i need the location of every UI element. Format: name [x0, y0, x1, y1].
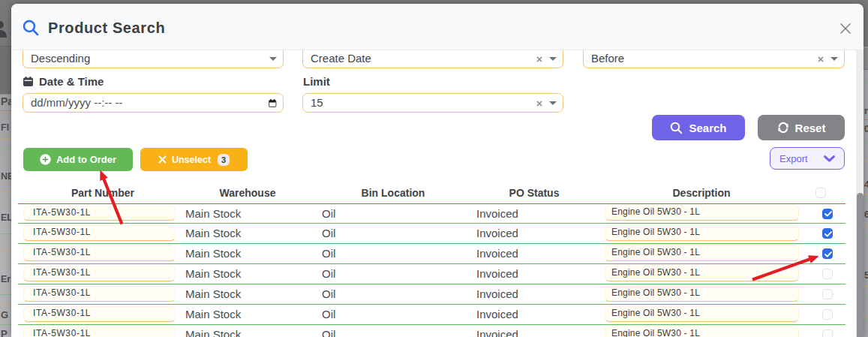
table-row[interactable]: ITA-5W30-1L Main Stock Oil Invoiced Engi…	[18, 244, 845, 264]
close-icon[interactable]	[837, 20, 854, 37]
warehouse-cell: Main Stock	[185, 305, 241, 324]
background-text-fragment: NE	[1, 171, 11, 182]
row-checkbox[interactable]	[822, 269, 833, 279]
row-checkbox[interactable]	[822, 309, 833, 320]
x-icon	[158, 155, 167, 164]
warehouse-cell: Main Stock	[185, 264, 241, 284]
background-page-right: n04625	[863, 0, 868, 337]
background-text-fragment: 4	[864, 179, 868, 190]
select-all-checkbox[interactable]	[815, 188, 826, 198]
clear-icon[interactable]	[536, 56, 542, 62]
background-line-fragment	[863, 286, 868, 287]
col-header-warehouse: Warehouse	[176, 186, 319, 200]
refresh-icon	[777, 122, 789, 134]
warehouse-cell: Main Stock	[185, 284, 241, 304]
datepicker-icon[interactable]	[269, 99, 277, 107]
description-cell: Engine Oil 5W30 - 1L	[605, 265, 799, 281]
datetime-placeholder: dd/mm/yyyy --:-- --	[31, 96, 122, 109]
person-icon	[0, 20, 8, 38]
background-text-fragment: Er	[1, 274, 11, 284]
calendar-icon	[23, 77, 33, 86]
clear-icon[interactable]	[536, 101, 542, 107]
chevron-down-icon	[549, 101, 557, 105]
row-checkbox[interactable]	[822, 289, 833, 299]
datetime-label-text: Date & Time	[39, 75, 104, 88]
warehouse-cell: Main Stock	[185, 204, 241, 223]
table-row[interactable]: ITA-5W30-1L Main Stock Oil Invoiced Engi…	[18, 264, 845, 284]
search-icon	[670, 122, 683, 134]
po-status-cell: Invoiced	[476, 244, 518, 263]
background-navbar	[0, 0, 11, 47]
col-header-part: Part Number	[18, 186, 188, 200]
bin-location-cell: Oil	[322, 204, 335, 223]
modal-body: Descending Create Date Before	[11, 4, 863, 337]
background-line-fragment	[0, 249, 11, 250]
po-status-cell: Invoiced	[476, 284, 518, 304]
warehouse-cell: Main Stock	[185, 325, 241, 337]
field-select[interactable]: Create Date	[302, 50, 563, 68]
background-line-fragment	[863, 317, 868, 317]
row-checkbox[interactable]	[822, 248, 833, 259]
operator-value: Before	[591, 52, 624, 65]
table-row[interactable]: ITA-5W30-1L Main Stock Oil Invoiced Engi…	[18, 224, 845, 244]
operator-select[interactable]: Before	[583, 50, 845, 68]
background-text-fragment: 5	[864, 270, 868, 281]
background-line-fragment	[0, 302, 11, 303]
row-checkbox[interactable]	[822, 329, 833, 337]
description-cell: Engine Oil 5W30 - 1L	[605, 224, 799, 241]
search-icon	[22, 19, 40, 37]
background-line-fragment	[863, 319, 868, 320]
field-value: Create Date	[311, 52, 371, 65]
background-line-fragment	[863, 235, 868, 236]
col-header-po: PO Status	[469, 186, 599, 200]
limit-value: 15	[311, 96, 323, 109]
bin-location-cell: Oil	[322, 244, 335, 263]
background-text-fragment: 62	[864, 209, 868, 220]
modal-title: Product Search	[48, 4, 165, 50]
bin-location-cell: Oil	[322, 305, 335, 324]
table-row[interactable]: ITA-5W30-1L Main Stock Oil Invoiced Engi…	[18, 204, 845, 224]
add-to-order-button[interactable]: Add to Order	[23, 148, 133, 171]
po-status-cell: Invoiced	[476, 305, 518, 324]
export-button[interactable]: Export	[770, 147, 845, 170]
reset-button[interactable]: Reset	[758, 115, 845, 140]
product-search-modal: Descending Create Date Before	[11, 4, 863, 337]
sort-order-select[interactable]: Descending	[23, 50, 284, 68]
chevron-down-icon	[269, 57, 277, 61]
background-line-fragment	[0, 110, 11, 111]
limit-select[interactable]: 15	[302, 93, 563, 113]
search-button[interactable]: Search	[652, 115, 745, 140]
part-number-cell: ITA-5W30-1L	[23, 245, 176, 261]
description-cell: Engine Oil 5W30 - 1L	[605, 245, 799, 261]
datetime-input[interactable]: dd/mm/yyyy --:-- --	[23, 93, 284, 113]
datetime-label: Date & Time	[23, 75, 104, 88]
background-line-fragment	[863, 143, 868, 143]
table-row[interactable]: ITA-5W30-1L Main Stock Oil Invoiced Engi…	[18, 284, 845, 305]
part-number-cell: ITA-5W30-1L	[23, 306, 176, 322]
table-row[interactable]: ITA-5W30-1L Main Stock Oil Invoiced Engi…	[18, 325, 845, 337]
background-text-fragment: Pa	[1, 95, 11, 107]
chevron-down-icon	[549, 57, 557, 61]
table-row[interactable]: ITA-5W30-1L Main Stock Oil Invoiced Engi…	[18, 305, 845, 325]
background-line-fragment	[863, 194, 868, 194]
reset-button-label: Reset	[795, 122, 826, 134]
row-checkbox[interactable]	[822, 228, 833, 239]
scrollbar-thumb[interactable]	[857, 193, 863, 337]
background-line-fragment	[863, 83, 868, 83]
po-status-cell: Invoiced	[476, 264, 518, 284]
bin-location-cell: Oil	[322, 325, 335, 337]
background-line-fragment	[0, 139, 11, 140]
background-text-fragment: n	[864, 106, 868, 116]
chevron-down-icon	[830, 57, 838, 61]
sort-order-value: Descending	[31, 52, 90, 65]
background-text-fragment: 0	[864, 124, 868, 134]
background-text-fragment: P	[1, 328, 8, 337]
background-line-fragment	[0, 233, 11, 234]
background-text-fragment: G	[1, 309, 8, 320]
warehouse-cell: Main Stock	[185, 244, 241, 263]
clear-icon[interactable]	[818, 56, 824, 62]
background-line-fragment	[0, 294, 11, 295]
unselect-button[interactable]: Unselect 3	[140, 148, 248, 171]
part-number-cell: ITA-5W30-1L	[23, 225, 176, 241]
row-checkbox[interactable]	[822, 209, 833, 219]
